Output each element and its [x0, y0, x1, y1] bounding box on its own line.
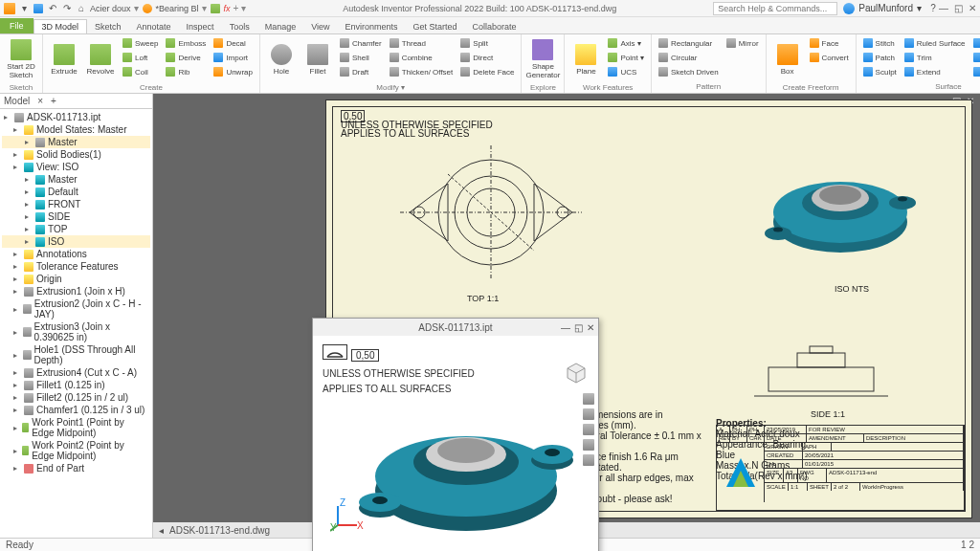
sculpt-button[interactable]: Sculpt [860, 65, 900, 78]
shell-button[interactable]: Shell [337, 51, 385, 64]
shape-generator-button[interactable]: Shape Generator [525, 36, 560, 82]
thicken-button[interactable]: Thicken/ Offset [387, 65, 457, 78]
stitch-button[interactable]: Stitch [860, 36, 900, 50]
tab-get-started[interactable]: Get Started [406, 20, 465, 33]
page-indicator[interactable]: 1 2 [961, 540, 974, 550]
rectangular-button[interactable]: Rectangular [656, 36, 722, 50]
start-2d-sketch-button[interactable]: Start 2D Sketch [4, 36, 38, 82]
coil-button[interactable]: Coil [120, 65, 161, 78]
box-button[interactable]: Box [770, 36, 805, 82]
tree-node[interactable]: ▸Work Point1 (Point by Edge Midpoint) [2, 416, 150, 439]
tree-node[interactable]: ▸Master [2, 136, 150, 148]
decal-button[interactable]: Decal [211, 36, 256, 50]
undo-icon[interactable]: ↶ [47, 3, 58, 14]
trim-button[interactable]: Trim [902, 51, 969, 64]
search-input[interactable] [713, 2, 837, 15]
tree-node[interactable]: ▸Solid Bodies(1) [2, 148, 150, 161]
tree-node[interactable]: ▸Tolerance Features [2, 260, 150, 273]
browser-close-icon[interactable]: × [37, 96, 43, 106]
close-icon[interactable]: ✕ [969, 3, 976, 13]
appearance-combo[interactable]: *Bearing Bl [156, 4, 199, 13]
doc-tab-prev-icon[interactable]: ◂ [159, 525, 164, 536]
extrude-button[interactable]: Extrude [47, 36, 81, 82]
convert-button[interactable]: Convert [807, 51, 852, 64]
tree-node[interactable]: ▸Hole1 (DSS Through All Depth) [2, 343, 150, 366]
popup-restore-icon[interactable]: ◱ [574, 322, 583, 333]
tree-node[interactable]: ▸Extrusion4 (Cut x C - A) [2, 366, 150, 379]
point-button[interactable]: Point ▾ [605, 51, 646, 64]
tree-node[interactable]: ▸Extrusion1 (Join x H) [2, 285, 150, 298]
tab-environments[interactable]: Environments [338, 20, 406, 33]
redo-icon[interactable]: ↷ [61, 3, 73, 14]
save-icon[interactable] [33, 3, 44, 14]
popup-close-icon[interactable]: ✕ [587, 322, 594, 333]
unwrap-button[interactable]: Unwrap [211, 65, 256, 78]
rib-button[interactable]: Rib [163, 65, 209, 78]
material-combo[interactable]: Acier doux [90, 4, 131, 13]
axis-button[interactable]: Axis ▾ [605, 36, 646, 50]
browser-tree[interactable]: ▸ADSK-011713.ipt ▸Model States: Master▸M… [0, 109, 152, 538]
split-button[interactable]: Split [457, 36, 517, 50]
tab-sketch[interactable]: Sketch [87, 20, 129, 33]
tree-node[interactable]: ▸View: ISO [2, 161, 150, 173]
restore-icon[interactable]: ◱ [954, 3, 963, 13]
mirror-button[interactable]: Mirror [724, 36, 762, 50]
plane-button[interactable]: Plane [568, 36, 603, 82]
delete-face-button[interactable]: Delete Face [457, 65, 517, 78]
open-icon[interactable]: ▾ [18, 3, 30, 14]
tree-node[interactable]: ▸Chamfer1 (0.125 in / 3 ul) [2, 404, 150, 416]
ucs-button[interactable]: UCS [605, 65, 646, 78]
combine-button[interactable]: Combine [387, 51, 457, 64]
tree-node[interactable]: ▸Annotations [2, 248, 150, 260]
user-menu[interactable]: PaulMunford ▾ [843, 3, 922, 14]
patch-button[interactable]: Patch [860, 51, 900, 64]
tree-node[interactable]: ▸TOP [2, 223, 150, 235]
drawing-canvas[interactable]: — ◱ ✕ 0,50 UNLESS OTHERWISE SPECIFIED AP… [153, 94, 980, 538]
tree-node[interactable]: ▸SIDE [2, 210, 150, 223]
tree-node[interactable]: ▸ISO [2, 235, 150, 248]
repair-bodies-button[interactable]: Repair Bodies [970, 51, 980, 64]
sketch-driven-button[interactable]: Sketch Driven [656, 65, 722, 78]
extend-button[interactable]: Extend [902, 65, 969, 78]
loft-button[interactable]: Loft [120, 51, 161, 64]
tree-root[interactable]: ▸ADSK-011713.ipt [2, 111, 150, 123]
home-icon[interactable]: ⌂ [76, 3, 87, 14]
param-icon[interactable] [210, 3, 221, 14]
circular-button[interactable]: Circular [656, 51, 722, 64]
revolve-button[interactable]: Revolve [83, 36, 118, 82]
thread-button[interactable]: Thread [387, 36, 457, 50]
minimize-icon[interactable]: — [939, 3, 948, 13]
tab-annotate[interactable]: Annotate [129, 20, 179, 33]
part-window-title[interactable]: ADSK-011713.ipt —◱✕ [313, 319, 598, 336]
sweep-button[interactable]: Sweep [120, 36, 161, 50]
face-button[interactable]: Face [807, 36, 852, 50]
help-icon[interactable]: ? [927, 3, 939, 14]
import-button[interactable]: Import [211, 51, 256, 64]
tree-node[interactable]: ▸Master [2, 173, 150, 186]
ruled-surface-button[interactable]: Ruled Surface [902, 36, 969, 50]
tree-node[interactable]: ▸Extrusion2 (Join x C - H - JAY) [2, 298, 150, 320]
hole-button[interactable]: Hole [264, 36, 299, 82]
tree-node[interactable]: ▸FRONT [2, 198, 150, 210]
tab-collaborate[interactable]: Collaborate [465, 20, 524, 33]
derive-button[interactable]: Derive [163, 51, 209, 64]
tab-view[interactable]: View [303, 20, 337, 33]
replace-face-button[interactable]: Replace Face [970, 36, 980, 50]
tree-node[interactable]: ▸Extrusion3 (Join x 0.390625 in) [2, 320, 150, 343]
tree-node[interactable]: ▸End of Part [2, 462, 150, 474]
tab-file[interactable]: File [0, 18, 33, 33]
tree-node[interactable]: ▸Default [2, 186, 150, 198]
fit-mesh-button[interactable]: Fit Mesh Face [970, 65, 980, 78]
fx-button[interactable]: fx [224, 4, 231, 13]
emboss-button[interactable]: Emboss [163, 36, 209, 50]
appearance-icon[interactable] [142, 3, 153, 14]
chamfer-button[interactable]: Chamfer [337, 36, 385, 50]
tree-node[interactable]: ▸Fillet2 (0.125 in / 2 ul) [2, 391, 150, 404]
tree-node[interactable]: ▸Origin [2, 273, 150, 285]
browser-tab-model[interactable]: Model [4, 96, 30, 106]
tab-3d-model[interactable]: 3D Model [33, 19, 88, 33]
doc-tab[interactable]: ADSK-011713-end.dwg [169, 525, 270, 536]
draft-button[interactable]: Draft [337, 65, 385, 78]
tab-tools[interactable]: Tools [222, 20, 257, 33]
fillet-button[interactable]: Fillet [301, 36, 335, 82]
